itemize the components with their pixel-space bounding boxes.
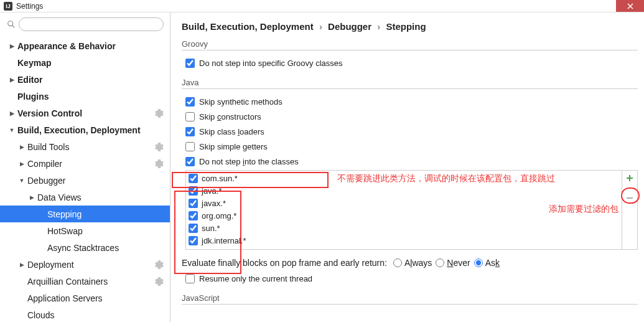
gear-icon xyxy=(155,143,164,151)
sidebar-item[interactable]: Stepping xyxy=(0,206,170,222)
sidebar-item[interactable]: Arquillian Containers xyxy=(0,273,170,290)
radio-never[interactable]: Never xyxy=(436,258,470,268)
skip-classloaders-label: Skip class loaders xyxy=(199,127,264,136)
section-javascript: JavaScript xyxy=(182,293,638,305)
app-icon: IJ xyxy=(4,2,12,11)
plus-icon xyxy=(625,174,634,182)
settings-tree[interactable]: ▶Appearance & BehaviorKeymap▶EditorPlugi… xyxy=(0,37,170,322)
chevron-right-icon: ▶ xyxy=(9,110,15,116)
dont-step-classes-checkbox[interactable] xyxy=(185,157,195,166)
breadcrumb-a: Build, Execution, Deployment xyxy=(182,21,314,32)
sidebar-item[interactable]: ▶Version Control xyxy=(0,105,170,121)
sidebar-item-label: Clouds xyxy=(27,310,55,320)
skip-synthetic-checkbox[interactable] xyxy=(185,97,195,107)
sidebar-item-label: Build Tools xyxy=(27,142,69,152)
chevron-right-icon: ▶ xyxy=(29,194,35,201)
chevron-right-icon: ▶ xyxy=(9,77,15,83)
skip-classloaders-checkbox[interactable] xyxy=(185,127,195,136)
class-pattern-checkbox[interactable] xyxy=(189,224,198,233)
gear-icon xyxy=(155,159,164,168)
sidebar-item[interactable]: ▶Compiler xyxy=(0,155,170,172)
annotation-text-2: 添加需要过滤的包 xyxy=(549,204,618,215)
breadcrumb-sep: › xyxy=(377,21,380,32)
close-icon xyxy=(627,3,633,9)
chevron-right-icon: ▶ xyxy=(19,262,25,268)
svg-point-0 xyxy=(8,21,13,26)
skip-constructors-label: Skip constructors xyxy=(199,112,261,121)
sidebar-item-label: Application Servers xyxy=(27,293,103,303)
radio-always[interactable]: Always xyxy=(393,258,432,268)
sidebar-item[interactable]: ▶Appearance & Behavior xyxy=(0,37,170,54)
class-pattern-row[interactable]: java.* xyxy=(189,184,619,197)
chevron-down-icon: ▼ xyxy=(19,178,25,184)
sidebar-item-label: Editor xyxy=(17,75,42,85)
gear-icon xyxy=(155,109,164,118)
sidebar-item-label: Arquillian Containers xyxy=(27,277,108,286)
sidebar-item-label: Keymap xyxy=(17,58,51,68)
content-panel: Build, Execution, Deployment › Debugger … xyxy=(170,12,644,322)
breadcrumb-c: Stepping xyxy=(386,21,426,32)
skip-constructors-checkbox[interactable] xyxy=(185,112,195,121)
window-title: Settings xyxy=(16,2,43,11)
class-pattern-label: sun.* xyxy=(202,224,220,233)
sidebar-item-label: Async Stacktraces xyxy=(47,243,119,253)
sidebar-item[interactable]: ▶Deployment xyxy=(0,256,170,273)
title-bar: IJ Settings xyxy=(0,0,644,12)
sidebar-item[interactable]: ▼Build, Execution, Deployment xyxy=(0,121,170,138)
settings-sidebar: ▶Appearance & BehaviorKeymap▶EditorPlugi… xyxy=(0,12,170,322)
class-pattern-row[interactable]: jdk.internal.* xyxy=(189,234,619,247)
skip-synthetic-label: Skip synthetic methods xyxy=(199,97,282,107)
evaluate-finally-label: Evaluate finally blocks on pop frame and… xyxy=(182,258,387,268)
sidebar-item-label: Stepping xyxy=(47,209,82,219)
evaluate-finally-row: Evaluate finally blocks on pop frame and… xyxy=(182,255,638,271)
search-icon xyxy=(6,19,16,29)
sidebar-item-label: Build, Execution, Deployment xyxy=(17,125,141,135)
sidebar-item[interactable]: Async Stacktraces xyxy=(0,239,170,256)
sidebar-item[interactable]: Plugins xyxy=(0,88,170,105)
sidebar-item[interactable]: Application Servers xyxy=(0,290,170,306)
sidebar-item-label: Version Control xyxy=(17,108,82,118)
skip-getters-checkbox[interactable] xyxy=(185,142,195,151)
class-pattern-row[interactable]: sun.* xyxy=(189,222,619,234)
remove-pattern-button[interactable] xyxy=(622,191,637,206)
search-input[interactable] xyxy=(19,17,164,31)
gear-icon xyxy=(155,260,164,269)
class-pattern-checkbox[interactable] xyxy=(189,199,198,208)
chevron-down-icon: ▼ xyxy=(9,127,15,133)
class-pattern-label: javax.* xyxy=(202,199,226,208)
chevron-right-icon: ▶ xyxy=(19,161,25,167)
sidebar-item-label: Compiler xyxy=(27,159,62,169)
groovy-dont-step-checkbox[interactable] xyxy=(185,59,195,68)
sidebar-item[interactable]: HotSwap xyxy=(0,222,170,239)
window-close-button[interactable] xyxy=(616,0,644,12)
gear-icon xyxy=(155,277,164,286)
sidebar-item[interactable]: Keymap xyxy=(0,54,170,71)
class-pattern-label: java.* xyxy=(202,186,222,196)
resume-current-thread-checkbox[interactable] xyxy=(185,274,195,283)
class-pattern-checkbox[interactable] xyxy=(189,186,198,196)
class-pattern-label: org.omg.* xyxy=(202,211,236,220)
class-pattern-checkbox[interactable] xyxy=(189,174,198,183)
breadcrumb: Build, Execution, Deployment › Debugger … xyxy=(182,21,638,32)
sidebar-item[interactable]: Clouds xyxy=(0,306,170,322)
sidebar-item[interactable]: ▶Build Tools xyxy=(0,138,170,155)
section-java: Java xyxy=(182,78,638,89)
sidebar-item[interactable]: ▼Debugger xyxy=(0,172,170,189)
sidebar-item[interactable]: ▶Data Views xyxy=(0,189,170,206)
groovy-dont-step-label: Do not step into specific Groovy classes xyxy=(199,59,343,68)
radio-ask[interactable]: Ask xyxy=(474,258,500,268)
sidebar-item[interactable]: ▶Editor xyxy=(0,71,170,88)
annotation-text-1: 不需要跳进此类方法，调试的时候在该配置包，直接跳过 xyxy=(337,173,555,184)
sidebar-item-label: Debugger xyxy=(27,176,66,186)
sidebar-item-label: HotSwap xyxy=(47,226,83,236)
resume-current-thread-label: Resume only the current thread xyxy=(199,274,312,283)
class-pattern-checkbox[interactable] xyxy=(189,236,198,245)
add-pattern-button[interactable] xyxy=(622,171,637,186)
breadcrumb-sep: › xyxy=(319,21,322,32)
chevron-right-icon: ▶ xyxy=(9,43,15,49)
section-groovy: Groovy xyxy=(182,39,638,50)
sidebar-item-label: Plugins xyxy=(17,92,49,102)
class-pattern-checkbox[interactable] xyxy=(189,211,198,220)
sidebar-item-label: Data Views xyxy=(37,192,82,202)
breadcrumb-b: Debugger xyxy=(328,21,371,32)
